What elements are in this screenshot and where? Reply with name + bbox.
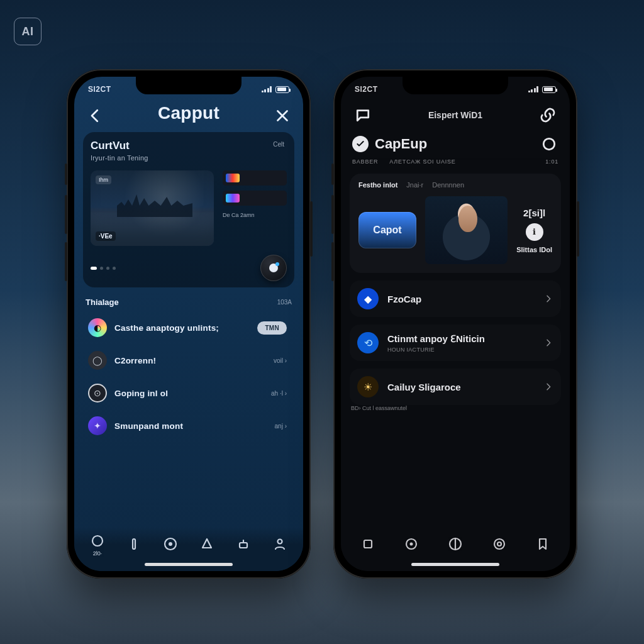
tab-icon: [199, 536, 214, 552]
svg-point-9: [410, 542, 413, 545]
side-button: [331, 242, 334, 281]
page-dots[interactable]: [91, 267, 116, 270]
screen-right: SI2CT Eispert WiD1 CapEup: [341, 77, 570, 571]
tab-icon: [126, 536, 142, 552]
chevron-right-icon: [543, 294, 553, 304]
page-title: Capput: [158, 103, 219, 123]
list-item[interactable]: ◆ FzoCap: [350, 280, 561, 317]
featured-subtitle: Iryur-tin an Tening: [91, 154, 287, 162]
tab-item[interactable]: [360, 536, 375, 553]
close-button[interactable]: [273, 106, 292, 125]
featured-title: CurtVut: [91, 140, 287, 152]
chevron-right-icon: [543, 338, 553, 348]
list-item[interactable]: ⊙ Goping inl ol ah ·l ›: [84, 379, 293, 408]
side-button: [577, 201, 579, 257]
category-tabs: BАВBER АЛЕТСАЖ SOI UAІSE 1:01: [341, 156, 570, 170]
tab-icon: [272, 536, 287, 552]
feature-image: [425, 196, 508, 264]
screen-left: SI2CT Capput CurtVut Iryur-tin an Tening: [74, 77, 303, 571]
tab-item[interactable]: [404, 536, 419, 553]
home-indicator: [145, 563, 233, 566]
category-tab[interactable]: BАВBER: [352, 158, 378, 165]
svg-point-11: [494, 539, 504, 549]
create-icon: [448, 536, 463, 552]
arrow-left-icon: [86, 106, 104, 125]
item-label: Cailuy Sligaroce: [387, 382, 535, 392]
tab-item[interactable]: [272, 536, 287, 553]
play-button[interactable]: [260, 255, 287, 281]
list-item[interactable]: ☀ Cailuy Sligaroce: [350, 369, 561, 405]
header: Capput: [74, 102, 303, 130]
tab-item[interactable]: [535, 536, 550, 553]
section-more[interactable]: 103A: [277, 299, 292, 306]
item-label: Smunpand mont: [114, 421, 267, 431]
list-item[interactable]: ⟲ Ctinmt anpoy ƐNiticinHOUN IACTURIE: [350, 325, 561, 361]
notch: [136, 77, 242, 94]
check-icon: [355, 139, 365, 149]
video-thumbnail[interactable]: Ihm ·VEe: [91, 170, 214, 246]
item-badge[interactable]: TMN: [257, 321, 287, 335]
clip-item[interactable]: [223, 191, 287, 206]
feature-meta: 2[si]l ℹ Slittas IDol: [516, 208, 552, 253]
list-item[interactable]: ✦ Smunpand mont anj ›: [84, 411, 293, 440]
feature-body: Capot 2[si]l ℹ Slittas IDol: [358, 196, 552, 264]
svg-point-3: [169, 542, 172, 546]
feature-tab[interactable]: Jnai·r: [406, 181, 423, 189]
list-item[interactable]: ◐ Casthe anaptogy unlints; TMN: [84, 313, 293, 342]
side-clips: De Ca 2amn: [223, 170, 287, 246]
item-icon: ⊙: [88, 384, 107, 402]
clip-swatch: [226, 174, 240, 182]
item-meta: anj ›: [275, 423, 287, 430]
tab-item[interactable]: [448, 536, 463, 553]
item-label: C2orrenn!: [114, 356, 266, 365]
item-icon: ◯: [88, 351, 107, 370]
category-meta: 1:01: [545, 158, 558, 165]
feature-tab-active[interactable]: Festho inlot: [358, 181, 397, 189]
tab-item[interactable]: [126, 536, 142, 553]
tab-icon: [236, 536, 251, 552]
item-icon: ◆: [357, 288, 379, 309]
link-icon: [538, 106, 557, 125]
link-button[interactable]: [538, 106, 557, 125]
subfooter-text: BD› Cut l eassawnutel: [351, 405, 407, 411]
tool-list: ◆ FzoCap ⟲ Ctinmt anpoy ƐNiticinHOUN IAC…: [341, 273, 570, 405]
tab-item[interactable]: [236, 536, 251, 553]
item-label: Ctinmt anpoy ƐNiticinHOUN IACTURIE: [387, 333, 535, 353]
signal-icon: [262, 86, 272, 92]
featured-card[interactable]: CurtVut Iryur-tin an Tening Celt Ihm ·VE…: [83, 132, 294, 287]
tab-icon: [163, 536, 178, 552]
svg-point-6: [543, 138, 555, 150]
tab-item[interactable]: [163, 536, 178, 553]
feature-chip[interactable]: Capot: [358, 212, 416, 248]
svg-point-12: [497, 542, 501, 546]
side-button: [65, 242, 67, 281]
tab-item[interactable]: [492, 536, 507, 553]
side-button: [331, 164, 334, 185]
library-icon: [492, 536, 507, 552]
thumb-tag: Ihm: [96, 175, 111, 184]
tab-item[interactable]: 2l0·: [90, 533, 105, 557]
item-icon: ⟲: [357, 332, 379, 353]
home-icon: [360, 536, 375, 552]
status-icons: [262, 86, 290, 93]
thumb-duration: ·VEe: [96, 231, 116, 241]
chat-button[interactable]: [353, 106, 372, 125]
feature-card[interactable]: Festho inlot Jnai·r Dennnnen Capot 2[si]…: [350, 174, 561, 273]
options-button[interactable]: [540, 135, 558, 153]
item-meta: voil ›: [274, 357, 287, 364]
avatar-icon: ℹ: [526, 223, 543, 241]
svg-point-5: [278, 539, 282, 543]
tab-icon: [90, 533, 105, 548]
tab-item[interactable]: [199, 536, 214, 553]
clip-item[interactable]: [223, 170, 287, 186]
back-button[interactable]: [86, 106, 104, 125]
category-tab[interactable]: АЛЕТСАЖ SOI UAІSE: [389, 158, 455, 165]
feature-tab[interactable]: Dennnnen: [432, 181, 464, 189]
list-item[interactable]: ◯ C2orrenn! voil ›: [84, 346, 293, 375]
item-icon: ☀: [357, 376, 379, 397]
item-icon: ◐: [88, 318, 107, 337]
featured-meta: Celt: [273, 141, 284, 148]
item-meta: ah ·l ›: [271, 390, 287, 397]
stage: SI2CT Capput CurtVut Iryur-tin an Tening: [0, 0, 644, 644]
battery-icon: [542, 86, 556, 93]
